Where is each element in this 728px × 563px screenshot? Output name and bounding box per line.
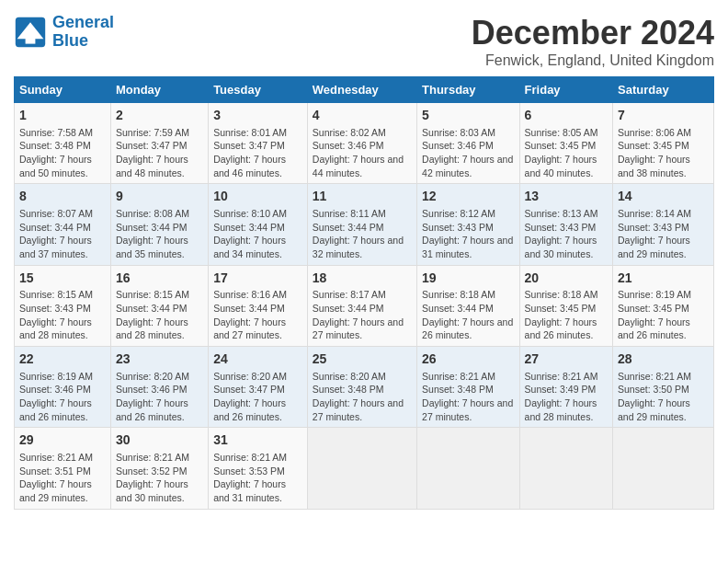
calendar-cell: 30Sunrise: 8:21 AMSunset: 3:52 PMDayligh… [110, 428, 208, 509]
day-number: 10 [213, 188, 302, 206]
day-number: 8 [19, 188, 106, 206]
calendar-cell: 12Sunrise: 8:12 AMSunset: 3:43 PMDayligh… [417, 184, 520, 265]
calendar-cell: 31Sunrise: 8:21 AMSunset: 3:53 PMDayligh… [209, 428, 308, 509]
logo-icon [14, 16, 47, 49]
logo-text: General Blue [52, 14, 114, 51]
day-info: Sunrise: 8:15 AMSunset: 3:44 PMDaylight:… [116, 288, 203, 342]
calendar-cell: 14Sunrise: 8:14 AMSunset: 3:43 PMDayligh… [613, 184, 714, 265]
calendar-cell [613, 428, 714, 509]
day-number: 31 [213, 431, 302, 450]
calendar-cell: 19Sunrise: 8:18 AMSunset: 3:44 PMDayligh… [417, 265, 520, 346]
day-number: 15 [19, 270, 106, 288]
calendar-cell: 1Sunrise: 7:58 AMSunset: 3:48 PMDaylight… [15, 103, 111, 184]
day-info: Sunrise: 8:11 AMSunset: 3:44 PMDaylight:… [313, 207, 412, 261]
calendar-cell: 17Sunrise: 8:16 AMSunset: 3:44 PMDayligh… [209, 265, 308, 346]
day-info: Sunrise: 8:21 AMSunset: 3:49 PMDaylight:… [525, 370, 608, 424]
day-number: 12 [422, 188, 515, 206]
calendar-cell: 4Sunrise: 8:02 AMSunset: 3:46 PMDaylight… [307, 103, 416, 184]
day-number: 27 [525, 350, 608, 369]
calendar-cell: 15Sunrise: 8:15 AMSunset: 3:43 PMDayligh… [15, 265, 111, 346]
calendar-cell: 16Sunrise: 8:15 AMSunset: 3:44 PMDayligh… [110, 265, 208, 346]
day-number: 22 [19, 350, 106, 369]
day-info: Sunrise: 8:01 AMSunset: 3:47 PMDaylight:… [213, 126, 302, 180]
day-info: Sunrise: 8:02 AMSunset: 3:46 PMDaylight:… [313, 126, 412, 180]
title-area: December 2024 Fenwick, England, United K… [472, 14, 714, 69]
logo-line1: General [52, 13, 114, 31]
day-info: Sunrise: 8:17 AMSunset: 3:44 PMDaylight:… [313, 288, 412, 342]
day-info: Sunrise: 7:58 AMSunset: 3:48 PMDaylight:… [19, 126, 106, 180]
calendar-cell: 5Sunrise: 8:03 AMSunset: 3:46 PMDaylight… [417, 103, 520, 184]
logo: General Blue [14, 14, 114, 51]
day-number: 2 [116, 107, 203, 125]
day-info: Sunrise: 8:18 AMSunset: 3:45 PMDaylight:… [525, 288, 608, 342]
header-saturday: Saturday [613, 77, 714, 103]
day-info: Sunrise: 8:07 AMSunset: 3:44 PMDaylight:… [19, 207, 106, 261]
day-info: Sunrise: 8:21 AMSunset: 3:50 PMDaylight:… [618, 370, 709, 424]
calendar-cell: 2Sunrise: 7:59 AMSunset: 3:47 PMDaylight… [110, 103, 208, 184]
calendar-cell [417, 428, 520, 509]
calendar-cell: 18Sunrise: 8:17 AMSunset: 3:44 PMDayligh… [307, 265, 416, 346]
calendar-cell: 21Sunrise: 8:19 AMSunset: 3:45 PMDayligh… [613, 265, 714, 346]
day-number: 3 [213, 107, 302, 125]
day-number: 25 [313, 350, 412, 369]
day-info: Sunrise: 8:10 AMSunset: 3:44 PMDaylight:… [213, 207, 302, 261]
day-number: 29 [19, 431, 106, 450]
day-info: Sunrise: 8:05 AMSunset: 3:45 PMDaylight:… [525, 126, 608, 180]
day-info: Sunrise: 8:08 AMSunset: 3:44 PMDaylight:… [116, 207, 203, 261]
day-info: Sunrise: 8:12 AMSunset: 3:43 PMDaylight:… [422, 207, 515, 261]
day-number: 16 [116, 270, 203, 288]
week-row-1: 1Sunrise: 7:58 AMSunset: 3:48 PMDaylight… [15, 103, 714, 184]
page-header: General Blue December 2024 Fenwick, Engl… [14, 14, 714, 69]
day-number: 28 [618, 350, 709, 369]
day-number: 19 [422, 270, 515, 288]
day-number: 23 [116, 350, 203, 369]
calendar-cell: 25Sunrise: 8:20 AMSunset: 3:48 PMDayligh… [307, 347, 416, 428]
day-number: 11 [313, 188, 412, 206]
day-info: Sunrise: 8:21 AMSunset: 3:53 PMDaylight:… [213, 451, 302, 505]
calendar-cell [519, 428, 612, 509]
day-info: Sunrise: 8:19 AMSunset: 3:45 PMDaylight:… [618, 288, 709, 342]
calendar-cell: 24Sunrise: 8:20 AMSunset: 3:47 PMDayligh… [209, 347, 308, 428]
day-number: 21 [618, 270, 709, 288]
svg-rect-2 [26, 37, 36, 43]
subtitle: Fenwick, England, United Kingdom [472, 52, 714, 69]
day-info: Sunrise: 8:20 AMSunset: 3:47 PMDaylight:… [213, 370, 302, 424]
day-number: 20 [525, 270, 608, 288]
day-info: Sunrise: 8:18 AMSunset: 3:44 PMDaylight:… [422, 288, 515, 342]
calendar-cell: 23Sunrise: 8:20 AMSunset: 3:46 PMDayligh… [110, 347, 208, 428]
header-thursday: Thursday [417, 77, 520, 103]
day-info: Sunrise: 8:16 AMSunset: 3:44 PMDaylight:… [213, 288, 302, 342]
day-info: Sunrise: 8:14 AMSunset: 3:43 PMDaylight:… [618, 207, 709, 261]
week-row-3: 15Sunrise: 8:15 AMSunset: 3:43 PMDayligh… [15, 265, 714, 346]
calendar-cell: 27Sunrise: 8:21 AMSunset: 3:49 PMDayligh… [519, 347, 612, 428]
day-info: Sunrise: 8:21 AMSunset: 3:48 PMDaylight:… [422, 370, 515, 424]
calendar-cell: 11Sunrise: 8:11 AMSunset: 3:44 PMDayligh… [307, 184, 416, 265]
day-number: 13 [525, 188, 608, 206]
calendar-cell: 26Sunrise: 8:21 AMSunset: 3:48 PMDayligh… [417, 347, 520, 428]
day-number: 26 [422, 350, 515, 369]
calendar-header-row: SundayMondayTuesdayWednesdayThursdayFrid… [15, 77, 714, 103]
header-wednesday: Wednesday [307, 77, 416, 103]
day-info: Sunrise: 8:20 AMSunset: 3:48 PMDaylight:… [313, 370, 412, 424]
day-info: Sunrise: 8:19 AMSunset: 3:46 PMDaylight:… [19, 370, 106, 424]
day-number: 7 [618, 107, 709, 125]
day-number: 1 [19, 107, 106, 125]
calendar-cell: 6Sunrise: 8:05 AMSunset: 3:45 PMDaylight… [519, 103, 612, 184]
header-friday: Friday [519, 77, 612, 103]
day-info: Sunrise: 8:20 AMSunset: 3:46 PMDaylight:… [116, 370, 203, 424]
day-number: 5 [422, 107, 515, 125]
calendar-cell: 10Sunrise: 8:10 AMSunset: 3:44 PMDayligh… [209, 184, 308, 265]
day-number: 6 [525, 107, 608, 125]
week-row-5: 29Sunrise: 8:21 AMSunset: 3:51 PMDayligh… [15, 428, 714, 509]
logo-line2: Blue [52, 31, 88, 50]
week-row-2: 8Sunrise: 8:07 AMSunset: 3:44 PMDaylight… [15, 184, 714, 265]
day-info: Sunrise: 8:21 AMSunset: 3:51 PMDaylight:… [19, 451, 106, 505]
day-info: Sunrise: 8:21 AMSunset: 3:52 PMDaylight:… [116, 451, 203, 505]
calendar-cell: 29Sunrise: 8:21 AMSunset: 3:51 PMDayligh… [15, 428, 111, 509]
day-info: Sunrise: 8:03 AMSunset: 3:46 PMDaylight:… [422, 126, 515, 180]
calendar-cell: 28Sunrise: 8:21 AMSunset: 3:50 PMDayligh… [613, 347, 714, 428]
calendar-cell: 7Sunrise: 8:06 AMSunset: 3:45 PMDaylight… [613, 103, 714, 184]
day-number: 9 [116, 188, 203, 206]
header-sunday: Sunday [15, 77, 111, 103]
week-row-4: 22Sunrise: 8:19 AMSunset: 3:46 PMDayligh… [15, 347, 714, 428]
